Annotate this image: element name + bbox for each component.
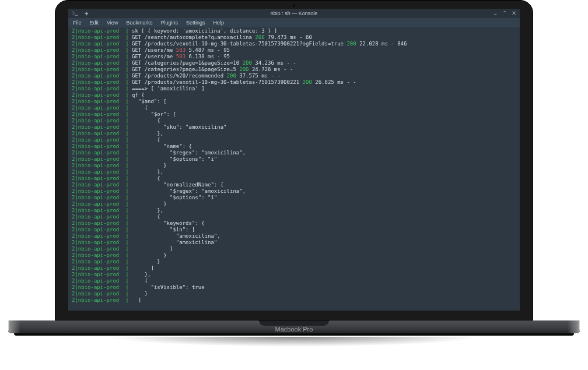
terminal-line: 2|nbio-api-prod | "$and": [ [72,98,516,105]
menu-help[interactable]: Help [213,20,224,26]
menu-view[interactable]: View [107,20,118,26]
terminal-line: 2|nbio-api-prod | sk [ { keyword: 'amoxi… [72,28,516,34]
terminal-line: 2|nbio-api-prod | }, [72,169,516,175]
terminal-line: 2|nbio-api-prod | "sku": "amoxicilina" [72,124,516,131]
trackpad-notch [259,320,329,326]
terminal-line: 2|nbio-api-prod | "$in": [ [72,227,516,233]
terminal-line: 2|nbio-api-prod | }, [72,207,516,214]
laptop-base: Macbook Pro [55,320,533,360]
terminal-line: 2|nbio-api-prod | }, [72,131,516,137]
terminal-line: 2|nbio-api-prod | } [72,291,516,297]
terminal-line: 2|nbio-api-prod | GET /categories?page=1… [72,66,516,73]
terminal-icon [72,10,79,17]
terminal-line: 2|nbio-api-prod | GET /search/autocomple… [72,34,516,41]
terminal-line: 2|nbio-api-prod | "$options": "i" [72,195,516,201]
menu-bookmarks[interactable]: Bookmarks [126,20,152,26]
laptop-base-under [14,333,574,336]
minimize-icon[interactable]: ⌄ [493,10,498,16]
maximize-icon[interactable]: ⌃ [502,10,507,16]
terminal-line: 2|nbio-api-prod | "amoxicilina", [72,233,516,239]
menu-bar: File Edit View Bookmarks Plugins Setting… [68,18,520,27]
terminal-line: 2|nbio-api-prod | "name": { [72,143,516,150]
terminal-line: 2|nbio-api-prod | { [72,278,516,284]
terminal-line: 2|nbio-api-prod | { [72,175,516,182]
terminal-line: 2|nbio-api-prod | "isVisible": true [72,284,516,291]
menu-edit[interactable]: Edit [90,20,99,26]
terminal-line: 2|nbio-api-prod | ] [72,297,516,304]
terminal-line: 2|nbio-api-prod | GET /categories?page=1… [72,60,516,66]
terminal-line: 2|nbio-api-prod | "keywords": { [72,220,516,227]
screen-content: nbio : sh — Konsole ⌄ ⌃ ✕ File Edit View… [68,9,520,311]
laptop-mockup: nbio : sh — Konsole ⌄ ⌃ ✕ File Edit View… [55,0,533,360]
terminal-line: 2|nbio-api-prod | { [72,105,516,111]
window-titlebar[interactable]: nbio : sh — Konsole ⌄ ⌃ ✕ [68,9,520,18]
terminal-line: 2|nbio-api-prod | } [72,201,516,207]
laptop-shadow [32,337,556,360]
window-title: nbio : sh — Konsole [271,10,318,16]
terminal-line: 2|nbio-api-prod | { [72,214,516,220]
terminal-line: 2|nbio-api-prod | } [72,259,516,265]
terminal-line: 2|nbio-api-prod | GET /users/me 503 6.13… [72,54,516,60]
menu-plugins[interactable]: Plugins [160,20,178,26]
close-icon[interactable]: ✕ [512,10,516,16]
pin-icon[interactable] [83,10,90,17]
terminal-line: 2|nbio-api-prod | } [72,252,516,259]
laptop-label: Macbook Pro [275,326,313,333]
terminal-line: 2|nbio-api-prod | "$regex": "amoxicilina… [72,188,516,195]
terminal-line: 2|nbio-api-prod | ====> [ 'amoxicilina' … [72,86,516,92]
terminal-line: 2|nbio-api-prod | }, [72,272,516,278]
terminal-line: 2|nbio-api-prod | GET /users/me 503 5.48… [72,47,516,54]
terminal-line: 2|nbio-api-prod | "amoxicilina" [72,239,516,246]
terminal-line: 2|nbio-api-prod | ] [72,246,516,252]
screen-bezel: nbio : sh — Konsole ⌄ ⌃ ✕ File Edit View… [55,0,533,320]
terminal-line: 2|nbio-api-prod | qf { [72,92,516,98]
terminal-line: 2|nbio-api-prod | GET /products/%20/reco… [72,73,516,79]
terminal-line: 2|nbio-api-prod | GET /products/vexotil-… [72,41,516,47]
laptop-base-top: Macbook Pro [8,320,580,333]
terminal-line: 2|nbio-api-prod | "normalizedName": { [72,182,516,188]
terminal-output[interactable]: 2|nbio-api-prod | sk [ { keyword: 'amoxi… [68,27,520,304]
terminal-line: 2|nbio-api-prod | "$options": "i" [72,156,516,163]
menu-file[interactable]: File [73,20,82,26]
terminal-line: 2|nbio-api-prod | "$regex": "amoxicilina… [72,150,516,156]
terminal-line: 2|nbio-api-prod | } [72,163,516,169]
terminal-line: 2|nbio-api-prod | { [72,137,516,143]
terminal-line: 2|nbio-api-prod | { [72,118,516,124]
camera-dot [293,4,296,7]
terminal-line: 2|nbio-api-prod | ] [72,265,516,272]
menu-settings[interactable]: Settings [186,20,205,26]
terminal-line: 2|nbio-api-prod | "$or": [ [72,111,516,118]
terminal-line: 2|nbio-api-prod | GET /products/vexotil-… [72,79,516,86]
